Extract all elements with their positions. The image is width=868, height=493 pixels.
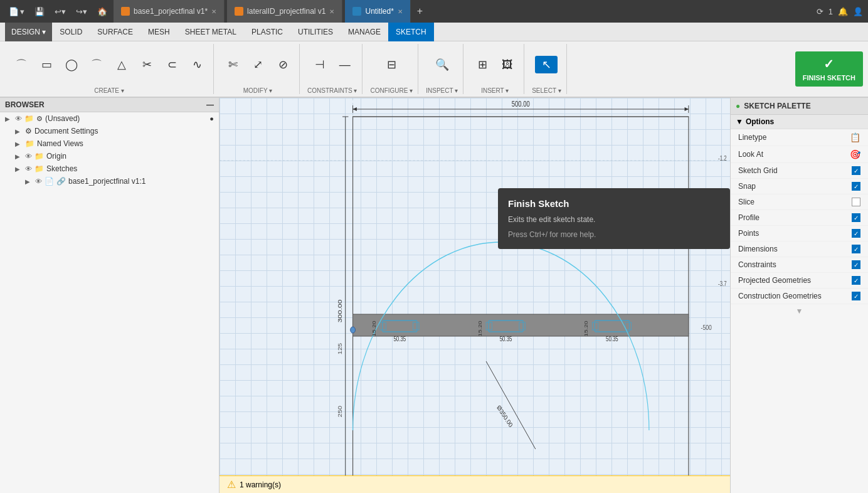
tool-insert[interactable]: ⊞: [471, 56, 494, 73]
tool-polygon[interactable]: △: [110, 56, 133, 73]
browser-origin[interactable]: ▶ 👁 📁 Origin: [0, 150, 219, 162]
points-checkbox[interactable]: ✓: [852, 229, 860, 238]
main-area: BROWSER — ▶ 👁 📁 ⚙ (Unsaved) ● ▶ ⚙ Docume…: [0, 98, 868, 493]
tab-close-lateral[interactable]: ✕: [329, 8, 334, 15]
scissors-icon: ✂: [142, 59, 152, 70]
tooltip-title: Finish Sketch: [508, 198, 720, 209]
eye-root[interactable]: 👁: [15, 115, 22, 122]
tab-untitled[interactable]: Untitled* ✕: [345, 0, 410, 23]
menu-sketch[interactable]: SKETCH: [388, 23, 434, 41]
tab-lateral[interactable]: lateralID_projectfinal v1 ✕: [227, 0, 342, 23]
palette-profile[interactable]: Profile ✓: [731, 210, 868, 226]
svg-rect-2: [353, 117, 689, 480]
tool-line[interactable]: ⌒: [10, 56, 33, 73]
palette-dimensions[interactable]: Dimensions ✓: [731, 241, 868, 257]
menu-plastic[interactable]: PLASTIC: [244, 23, 290, 41]
browser-named-views[interactable]: ▶ 📁 Named Views: [0, 137, 219, 150]
tool-configure[interactable]: ⊟: [380, 56, 403, 73]
sketch-grid-checkbox[interactable]: ✓: [852, 166, 860, 175]
tab-base1[interactable]: base1_porjectfinal v1* ✕: [114, 0, 225, 23]
palette-points[interactable]: Points ✓: [731, 226, 868, 241]
snap-checkbox[interactable]: ✓: [852, 182, 860, 191]
eye-origin[interactable]: 👁: [25, 152, 32, 160]
expand-doc[interactable]: ▶: [15, 128, 23, 135]
design-dropdown[interactable]: DESIGN ▾: [5, 23, 52, 41]
warning-bar[interactable]: ⚠ 1 warning(s): [220, 475, 730, 493]
menu-utilities[interactable]: UTILITIES: [290, 23, 341, 41]
constraints-label: CONSTRAINTS ▾: [307, 85, 357, 94]
tool-extend[interactable]: ⤢: [246, 56, 269, 73]
tab-close-untitled[interactable]: ✕: [398, 8, 403, 15]
file-button[interactable]: 📄▾: [5, 4, 28, 19]
browser-root[interactable]: ▶ 👁 📁 ⚙ (Unsaved) ●: [0, 112, 219, 125]
constraints-group: ⊣ — CONSTRAINTS ▾: [302, 44, 363, 94]
tab-close-base1[interactable]: ✕: [211, 8, 216, 15]
palette-sketch-grid[interactable]: Sketch Grid ✓: [731, 163, 868, 179]
palette-look-at[interactable]: Look At 🎯: [731, 146, 868, 163]
palette-snap[interactable]: Snap ✓: [731, 179, 868, 194]
tool-coincident[interactable]: ⊣: [309, 56, 331, 73]
expand-root[interactable]: ▶: [5, 115, 13, 122]
tool-select[interactable]: ↖: [535, 56, 558, 73]
browser-doc-settings[interactable]: ▶ ⚙ Document Settings: [0, 125, 219, 137]
tool-rectangle[interactable]: ▭: [35, 56, 58, 73]
slice-checkbox[interactable]: [852, 198, 860, 206]
tab-label-base1: base1_porjectfinal v1*: [134, 7, 208, 16]
dimensions-checkbox[interactable]: ✓: [852, 245, 860, 253]
expand-sketch-item[interactable]: ▶: [25, 178, 33, 185]
menu-surface[interactable]: SURFACE: [90, 23, 140, 41]
tool-image[interactable]: 🖼: [496, 56, 519, 73]
sketch-palette-panel: ● SKETCH PALETTE ▼ Options Linetype 📋 Lo…: [730, 98, 868, 493]
eye-sketches[interactable]: 👁: [25, 165, 32, 172]
bell-icon[interactable]: 🔔: [838, 7, 848, 16]
palette-construction-geo[interactable]: Construction Geometries ✓: [731, 289, 868, 304]
palette-linetype[interactable]: Linetype 📋: [731, 129, 868, 146]
tool-cut[interactable]: ✂: [135, 56, 158, 73]
browser-collapse-btn[interactable]: —: [206, 100, 214, 109]
construction-geo-checkbox[interactable]: ✓: [852, 292, 860, 300]
browser-sketches[interactable]: ▶ 👁 📁 Sketches: [0, 162, 219, 175]
tool-collinear[interactable]: —: [334, 56, 356, 73]
svg-text:15.20: 15.20: [371, 321, 377, 337]
projected-geo-checkbox[interactable]: ✓: [852, 276, 860, 285]
finish-sketch-button[interactable]: ✓ FINISH SKETCH: [795, 51, 863, 87]
expand-named-views[interactable]: ▶: [15, 140, 23, 147]
tool-trim[interactable]: ✄: [221, 56, 244, 73]
tool-arc[interactable]: ⌒: [85, 56, 108, 73]
palette-header: ● SKETCH PALETTE: [731, 98, 868, 115]
linetype-icon[interactable]: 📋: [850, 132, 860, 142]
tool-inspect[interactable]: 🔍: [431, 56, 453, 73]
palette-options-header[interactable]: ▼ Options: [731, 115, 868, 129]
expand-origin[interactable]: ▶: [15, 153, 23, 160]
menu-manage[interactable]: MANAGE: [341, 23, 388, 41]
canvas-area[interactable]: 500.00 300.00 50.35 15.20 50.35 15.20 50…: [220, 98, 730, 493]
tool-circle[interactable]: ◯: [60, 56, 83, 73]
menu-sheetmetal[interactable]: SHEET METAL: [177, 23, 244, 41]
notification-count[interactable]: 1: [828, 7, 833, 16]
menu-mesh[interactable]: MESH: [140, 23, 177, 41]
svg-text:-3.7: -3.7: [718, 280, 727, 287]
new-tab-button[interactable]: +: [413, 6, 426, 17]
eye-sketch-item[interactable]: 👁: [35, 178, 42, 185]
tool-offset[interactable]: ⊂: [161, 56, 183, 73]
user-avatar[interactable]: 👤: [853, 7, 863, 16]
slice-label: Slice: [738, 198, 754, 206]
palette-constraints[interactable]: Constraints ✓: [731, 257, 868, 273]
expand-sketches[interactable]: ▶: [15, 166, 23, 172]
svg-text:50.35: 50.35: [500, 336, 512, 342]
save-button[interactable]: 💾: [31, 4, 48, 19]
tool-spline[interactable]: ∿: [186, 56, 208, 73]
redo-button[interactable]: ↪▾: [72, 4, 91, 19]
palette-projected-geo[interactable]: Projected Geometries ✓: [731, 273, 868, 289]
profile-label: Profile: [738, 213, 760, 222]
browser-sketch-item[interactable]: ▶ 👁 📄 🔗 base1_porjectfinal v1:1: [0, 175, 219, 188]
profile-checkbox[interactable]: ✓: [852, 213, 860, 222]
sync-icon[interactable]: ⟳: [817, 7, 823, 16]
undo-button[interactable]: ↩▾: [51, 4, 70, 19]
look-at-icon[interactable]: 🎯: [850, 149, 860, 159]
home-button[interactable]: 🏠: [93, 4, 111, 19]
menu-solid[interactable]: SOLID: [52, 23, 90, 41]
tool-break[interactable]: ⊘: [272, 56, 294, 73]
palette-slice[interactable]: Slice: [731, 194, 868, 210]
constraints-checkbox[interactable]: ✓: [852, 260, 860, 269]
